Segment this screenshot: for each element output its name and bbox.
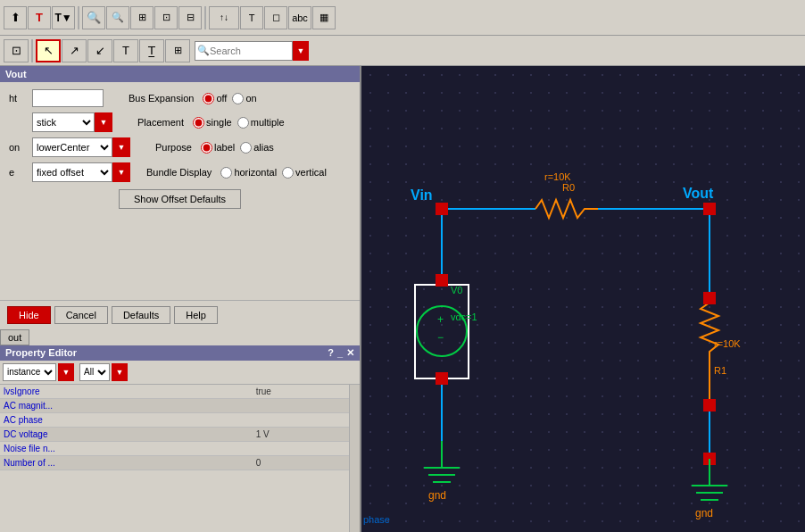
toolbar2-btn-select[interactable]: ↖ <box>36 39 61 62</box>
toolbar-btn-zoom4[interactable]: ⊡ <box>154 6 178 29</box>
radio-single[interactable] <box>193 117 204 129</box>
bundle-radios: horizontal vertical <box>220 167 327 179</box>
purpose-radios: label alias <box>201 142 274 154</box>
dialog-buttons: Hide Cancel Defaults Help <box>0 300 360 329</box>
dialog-panel: Vout ht 0.0625 Bus Expansion off on <box>0 66 361 532</box>
toolbar-btn-zoom2[interactable]: 🔍 <box>106 6 129 29</box>
defaults-button[interactable]: Defaults <box>112 306 170 324</box>
toolbar-btn-zoom5[interactable]: ⊟ <box>178 6 202 29</box>
svg-text:R1: R1 <box>714 365 726 376</box>
show-offset-btn[interactable]: Show Offset Defaults <box>119 189 241 209</box>
cancel-button[interactable]: Cancel <box>54 306 108 324</box>
svg-text:R0: R0 <box>562 182 575 193</box>
toolbar2-btn1[interactable]: ⊡ <box>4 39 29 62</box>
svg-text:Vin: Vin <box>411 187 433 203</box>
circuit-svg: + − V0 vdc=1 R0 r=10K r=10K R1 <box>361 66 805 532</box>
radio-alias[interactable] <box>240 142 252 154</box>
sidebar-tab-out[interactable]: out <box>0 329 29 345</box>
svg-rect-17 <box>703 203 716 215</box>
svg-text:vdc=1: vdc=1 <box>451 312 477 322</box>
svg-text:V0: V0 <box>451 285 462 295</box>
toolbar-btn-hier3[interactable]: ◻ <box>264 6 287 29</box>
value-input[interactable]: 0.0625 <box>32 89 104 107</box>
svg-rect-20 <box>703 292 716 304</box>
circuit-canvas: + − V0 vdc=1 R0 r=10K r=10K R1 <box>361 66 805 532</box>
radio-multiple[interactable] <box>237 117 249 129</box>
table-row: AC magnit... <box>0 398 349 412</box>
svg-text:r=10K: r=10K <box>544 171 571 182</box>
pe-scrollbar[interactable] <box>349 385 360 533</box>
toolbar-btn-T2[interactable]: T▼ <box>52 6 75 29</box>
phase-label: phase <box>363 514 390 525</box>
pe-all-dropdown[interactable]: ▼ <box>112 363 128 381</box>
snap-select[interactable]: stick <box>32 112 95 132</box>
toolbar2-separator <box>31 39 33 62</box>
toolbar-top: ⬆ T T▼ 🔍 🔍 ⊞ ⊡ ⊟ ↑↓ T ◻ abc ▦ <box>0 0 805 36</box>
on-label: on <box>9 142 27 153</box>
toolbar2-btn-text[interactable]: T̲ <box>139 39 164 62</box>
toolbar-separator-1 <box>78 6 79 29</box>
pe-table: lvsIgnoretrueAC magnit...AC phaseDC volt… <box>0 385 349 470</box>
table-row: AC phase <box>0 412 349 427</box>
bus-expansion-radios: off on <box>203 93 256 104</box>
svg-rect-18 <box>436 274 448 287</box>
svg-text:r=10K: r=10K <box>714 338 741 349</box>
toolbar-separator-2 <box>204 6 206 29</box>
toolbar2-btn-line[interactable]: T <box>113 39 138 62</box>
toolbar-btn-T1[interactable]: T <box>28 6 51 29</box>
dialog-title: Vout <box>5 69 27 79</box>
radio-label[interactable] <box>201 142 212 154</box>
svg-rect-16 <box>436 203 448 215</box>
toolbar-btn-hier1[interactable]: ↑↓ <box>209 6 239 29</box>
table-row: Number of ...0 <box>0 455 349 470</box>
e-label: e <box>9 167 27 178</box>
pe-instance-select[interactable]: instance <box>3 363 56 381</box>
dialog-title-bar: Vout <box>0 66 360 82</box>
toolbar2-btn-arrow[interactable]: ↗ <box>62 39 87 62</box>
bundle-display-label: Bundle Display <box>146 167 212 178</box>
help-button[interactable]: Help <box>174 306 218 324</box>
svg-rect-21 <box>703 399 716 411</box>
toolbar-btn-hier2[interactable]: T <box>240 6 263 29</box>
radio-off[interactable] <box>203 93 214 104</box>
search-input[interactable] <box>210 46 290 56</box>
radio-vertical[interactable] <box>282 167 294 179</box>
toolbar2-btn-wire[interactable]: ↙ <box>87 39 112 62</box>
snap-dropdown[interactable]: ▼ <box>95 112 112 132</box>
radio-horizontal[interactable] <box>220 167 232 179</box>
toolbar-btn-zoom1[interactable]: 🔍 <box>82 6 105 29</box>
svg-text:gnd: gnd <box>695 507 713 520</box>
pe-question-icon[interactable]: ? <box>328 347 334 359</box>
table-row: Noise file n... <box>0 441 349 455</box>
bus-expansion-label: Bus Expansion <box>129 93 194 104</box>
placement-label: Placement <box>137 117 184 128</box>
pe-minus-icon[interactable]: _ <box>337 347 343 359</box>
property-editor: Property Editor ? _ ✕ instance ▼ <box>0 345 360 533</box>
svg-text:+: + <box>437 313 444 326</box>
svg-text:gnd: gnd <box>428 489 446 502</box>
on-select[interactable]: lowerCenter <box>32 137 112 157</box>
pe-instance-dropdown[interactable]: ▼ <box>58 363 74 381</box>
svg-text:−: − <box>437 331 444 344</box>
toolbar-btn-hier5[interactable]: ▦ <box>312 6 336 29</box>
pe-all-select[interactable]: All <box>79 363 110 381</box>
table-row: DC voltage1 V <box>0 427 349 441</box>
search-container: 🔍 ▼ <box>195 41 309 61</box>
purpose-label: Purpose <box>155 142 192 153</box>
toolbar-btn-hier4[interactable]: abc <box>288 6 311 29</box>
offset-select[interactable]: fixed offset <box>32 162 112 182</box>
on-dropdown[interactable]: ▼ <box>112 137 130 157</box>
toolbar-btn-zoom3[interactable]: ⊞ <box>130 6 154 29</box>
toolbar-bottom: ⊡ ↖ ↗ ↙ T T̲ ⊞ 🔍 ▼ <box>0 36 805 66</box>
search-dropdown-btn[interactable]: ▼ <box>293 41 309 61</box>
pe-header: Property Editor ? _ ✕ <box>0 345 360 361</box>
search-icon: 🔍 <box>197 45 210 56</box>
hide-button[interactable]: Hide <box>7 306 51 324</box>
placement-radios: single multiple <box>193 117 285 129</box>
pe-close-icon[interactable]: ✕ <box>346 347 354 359</box>
value-label: ht <box>9 93 27 104</box>
offset-dropdown[interactable]: ▼ <box>112 162 130 182</box>
radio-on[interactable] <box>232 93 244 104</box>
toolbar2-btn-box[interactable]: ⊞ <box>165 39 190 62</box>
toolbar-btn-1[interactable]: ⬆ <box>4 6 27 29</box>
